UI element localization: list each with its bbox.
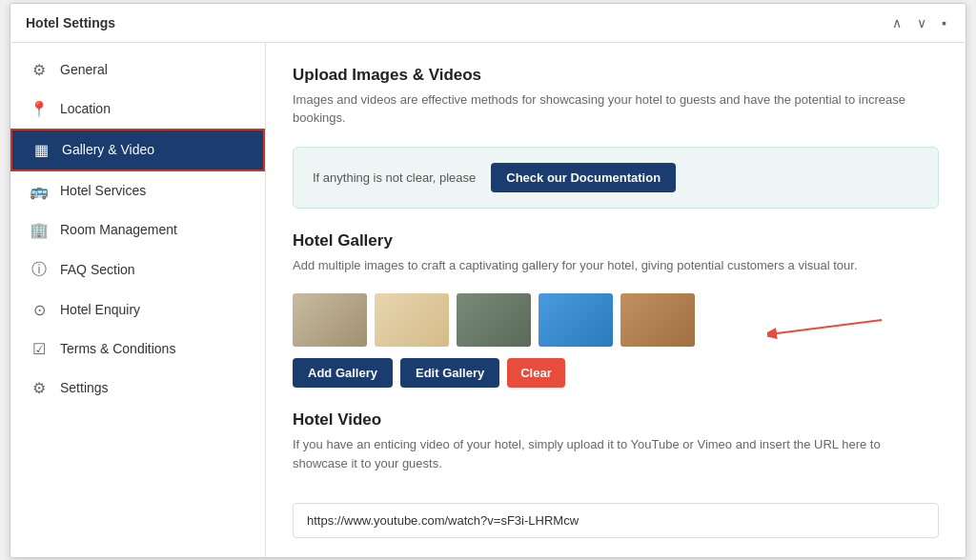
gallery-description: Add multiple images to craft a captivati… [293,256,939,275]
info-box: If anything is not clear, please Check o… [293,147,939,209]
sidebar-item-terms[interactable]: ☑ Terms & Conditions [10,330,265,369]
video-url-input[interactable] [293,503,939,538]
gallery-thumb-5 [620,293,695,347]
sidebar-label-room-management: Room Management [60,222,177,237]
close-btn[interactable]: ▪ [938,13,950,32]
sidebar-label-gallery: Gallery & Video [62,142,154,157]
window-controls: ∧ ∨ ▪ [888,13,950,32]
page-description: Images and videos are effective methods … [293,90,939,128]
sidebar-label-terms: Terms & Conditions [60,341,175,356]
expand-btn[interactable]: ∨ [913,13,930,32]
sidebar-label-hotel-services: Hotel Services [60,183,146,198]
edit-gallery-button[interactable]: Edit Gallery [400,358,499,388]
check-icon: ☑ [30,340,49,358]
main-content: Upload Images & Videos Images and videos… [266,43,966,557]
enquiry-icon: ⊙ [30,301,49,319]
video-section: Hotel Video If you have an enticing vide… [293,410,939,538]
sidebar-label-settings: Settings [60,380,109,395]
gallery-actions: Add Gallery Edit Gallery Clear [293,358,939,388]
sidebar-item-location[interactable]: 📍 Location [10,90,265,129]
hotel-settings-window: Hotel Settings ∧ ∨ ▪ ⚙ General 📍 Locatio… [10,3,966,558]
documentation-button[interactable]: Check our Documentation [491,163,676,192]
video-title: Hotel Video [293,410,939,430]
sidebar-item-hotel-services[interactable]: 🚌 Hotel Services [10,171,265,210]
gallery-thumb-1 [293,293,367,347]
sidebar-label-enquiry: Hotel Enquiry [60,302,140,317]
sidebar-item-hotel-enquiry[interactable]: ⊙ Hotel Enquiry [10,290,265,330]
gear-icon: ⚙ [30,61,49,79]
gallery-icon: ▦ [31,141,51,159]
building-icon: 🏢 [30,221,49,239]
sidebar-item-settings[interactable]: ⚙ Settings [10,369,265,408]
location-icon: 📍 [30,100,49,118]
title-bar: Hotel Settings ∧ ∨ ▪ [10,4,966,43]
gallery-thumb-3 [457,293,531,347]
gallery-thumb-4 [539,293,613,347]
sidebar-item-room-management[interactable]: 🏢 Room Management [10,210,265,250]
sidebar-item-gallery-video[interactable]: ▦ Gallery & Video [10,129,265,171]
gallery-row [293,293,939,347]
settings-icon: ⚙ [30,379,49,397]
gallery-title: Hotel Gallery [293,231,939,250]
collapse-btn[interactable]: ∧ [888,13,905,32]
gallery-thumb-2 [375,293,449,347]
sidebar-item-general[interactable]: ⚙ General [10,50,265,90]
video-description: If you have an enticing video of your ho… [293,435,939,472]
sidebar-item-faq[interactable]: ⓘ FAQ Section [10,250,265,290]
clear-button[interactable]: Clear [507,358,565,388]
add-gallery-button[interactable]: Add Gallery [293,358,393,388]
info-box-text: If anything is not clear, please [313,170,476,185]
arrow-right-icon [767,312,882,341]
svg-line-1 [777,320,882,333]
sidebar-label-faq: FAQ Section [60,262,135,277]
main-layout: ⚙ General 📍 Location ▦ Gallery & Video 🚌… [10,43,966,557]
sidebar-label-location: Location [60,101,111,116]
sidebar-label-general: General [60,62,108,77]
bus-icon: 🚌 [30,182,49,200]
window-title: Hotel Settings [26,15,115,30]
page-title: Upload Images & Videos [293,66,939,85]
gallery-section: Hotel Gallery Add multiple images to cra… [293,231,939,389]
sidebar: ⚙ General 📍 Location ▦ Gallery & Video 🚌… [10,43,266,557]
faq-icon: ⓘ [30,260,49,280]
